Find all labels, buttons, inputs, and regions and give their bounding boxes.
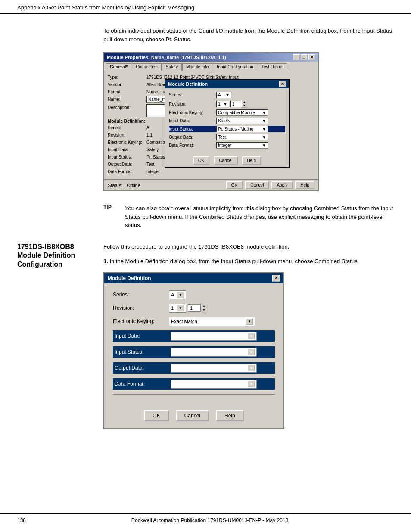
tip-label: TIP xyxy=(103,204,116,230)
step1-number: 1. xyxy=(103,258,108,264)
mp-ekeying-label: Electronic Keying: xyxy=(108,139,146,145)
mod-def-title-text: Module Definition xyxy=(168,81,208,87)
mdo-outputdata-select[interactable]: Test ▼ xyxy=(216,134,268,140)
page: Appendix A Get Point Status from Modules… xyxy=(0,0,411,532)
lmd-spin-input[interactable]: 1 xyxy=(188,304,201,312)
lmd-revision-spin[interactable]: 1 ▲ ▼ xyxy=(188,304,207,312)
mdo-series-control[interactable]: A ▼ xyxy=(216,92,231,98)
mp-cancel-button[interactable]: Cancel xyxy=(245,181,269,189)
mdo-inputdata-arrow-icon: ▼ xyxy=(262,118,266,123)
mp-dataformat-row: Data Format: Integer xyxy=(108,168,314,174)
lmd-revision-label: Revision: xyxy=(113,305,169,311)
section-content: Follow this procedure to configure the 1… xyxy=(103,243,394,429)
lmd-footer: OK Cancel Help xyxy=(104,406,283,428)
mp-inputdata-value: Safety xyxy=(146,146,159,152)
lmd-ekeying-value: Exact Match xyxy=(171,319,197,324)
mdo-help-button[interactable]: Help xyxy=(242,156,262,165)
mp-outputdata-value: Test xyxy=(146,161,154,167)
mdo-spin-input[interactable]: 1 xyxy=(230,101,241,107)
tab-module-info[interactable]: Module Info xyxy=(182,63,212,71)
mdo-revision-val1: 1 xyxy=(218,102,221,106)
mdo-spin-arrows[interactable]: ▲ ▼ xyxy=(241,100,247,108)
lmd-outputdata-row[interactable]: Output Data: Combined ▼ xyxy=(113,362,275,374)
mdo-inputdata-value: Safety xyxy=(218,118,230,123)
tab-general[interactable]: General* xyxy=(106,63,131,71)
lmd-cancel-button[interactable]: Cancel xyxy=(176,410,209,421)
lmd-inputstatus-select[interactable]: Combined Status - Muting ▼ xyxy=(171,348,257,357)
spin-down-icon[interactable]: ▼ xyxy=(242,104,247,107)
lmd-inputstatus-label: Input Status: xyxy=(115,349,171,355)
lmd-revision-val1: 1 xyxy=(171,305,174,311)
tab-input-config[interactable]: Input Configuration xyxy=(213,63,257,71)
mp-series-value: A xyxy=(146,124,149,130)
spin-up-icon[interactable]: ▲ xyxy=(242,100,247,104)
minimize-button[interactable]: _ xyxy=(293,54,300,60)
maximize-button[interactable]: □ xyxy=(301,54,308,60)
lmd-revision-select[interactable]: 1 ▼ xyxy=(169,304,186,313)
lmd-ekeying-label: Electronic Keying: xyxy=(113,318,169,324)
mp-ok-button[interactable]: OK xyxy=(226,181,243,189)
lmd-help-button[interactable]: Help xyxy=(216,410,244,421)
lmd-dataformat-select[interactable]: Integer ▼ xyxy=(171,380,257,389)
tab-test-output[interactable]: Test Output xyxy=(258,63,287,71)
mdo-ok-button[interactable]: OK xyxy=(193,156,209,165)
page-number: 138 xyxy=(17,517,26,523)
lmd-inputdata-select[interactable]: Safety ▼ xyxy=(171,332,257,341)
lmd-spin-buttons[interactable]: ▲ ▼ xyxy=(201,304,207,312)
lmd-inputstatus-row[interactable]: Input Status: Combined Status - Muting ▼ xyxy=(113,346,275,358)
close-button[interactable]: ✕ xyxy=(308,54,315,60)
mdo-series-select[interactable]: A ▼ xyxy=(216,92,231,98)
lmd-revision-arrow-icon: ▼ xyxy=(177,305,184,311)
mdo-dataformat-select[interactable]: Integer ▼ xyxy=(216,142,268,149)
lmd-ekeying-select[interactable]: Exact Match ▼ xyxy=(169,317,255,326)
lmd-series-arrow-icon: ▼ xyxy=(177,292,184,298)
lmd-series-select[interactable]: A ▼ xyxy=(169,290,186,299)
mdo-revision-spin[interactable]: 1 ▲ ▼ xyxy=(230,100,247,108)
mdo-cancel-button[interactable]: Cancel xyxy=(214,156,237,165)
mp-help-button[interactable]: Help xyxy=(295,181,314,189)
mod-def-body: Series: A ▼ Revision: xyxy=(165,88,289,154)
mdo-inputstatus-select[interactable]: Pt. Status - Muting ▼ xyxy=(216,126,268,132)
vendor-label: Vendor: xyxy=(108,81,146,87)
mod-def-close-button[interactable]: ✕ xyxy=(279,81,286,87)
lmd-series-controls[interactable]: A ▼ xyxy=(169,290,186,299)
lmd-inputstatus-arrow-icon: ▼ xyxy=(248,349,255,355)
section-heading: 1791DS-IB8XOB8 Module Definition Configu… xyxy=(17,243,86,269)
mdo-revision-control: 1 ▼ 1 ▲ ▼ xyxy=(216,100,247,108)
tip-text: You can also obtain overall status impli… xyxy=(125,204,394,230)
mdo-inputdata-select[interactable]: Safety ▼ xyxy=(216,118,268,124)
lmd-dataformat-arrow-icon: ▼ xyxy=(248,381,255,387)
lmd-ok-button[interactable]: OK xyxy=(144,410,168,421)
module-props-title-bar: Module Properties: Name_name (1791DS-IB1… xyxy=(104,53,318,62)
mdo-ekeying-row: Electronic Keying: Compatible Module ▼ xyxy=(169,109,285,116)
large-mod-def-title-text: Module Definition xyxy=(108,275,151,281)
large-mod-def-dialog[interactable]: Module Definition ✕ Series: A ▼ xyxy=(103,272,284,429)
mp-revision-value: 1.1 xyxy=(146,132,153,137)
lmd-outputdata-select[interactable]: Combined ▼ xyxy=(171,364,257,373)
module-def-overlay[interactable]: Module Definition ✕ Series: A ▼ xyxy=(165,79,290,168)
type-label: Type: xyxy=(108,74,146,80)
dialog-tabs: General* Connection Safety Module Info I… xyxy=(104,62,318,71)
large-mod-def-close-button[interactable]: ✕ xyxy=(272,275,280,282)
mdo-inputstatus-label: Input Status: xyxy=(169,127,216,131)
lmd-series-value: A xyxy=(171,292,174,297)
mdo-inputstatus-row[interactable]: Input Status: Pt. Status - Muting ▼ xyxy=(169,126,285,132)
lmd-inputstatus-value: Combined Status - Muting xyxy=(173,349,227,355)
lmd-spin-down-icon[interactable]: ▼ xyxy=(201,308,207,312)
mdo-ekeying-select[interactable]: Compatible Module ▼ xyxy=(216,109,268,116)
lmd-inputdata-row[interactable]: Input Data: Safety ▼ xyxy=(113,330,275,342)
lmd-inputdata-label: Input Data: xyxy=(115,333,171,339)
mp-dataformat-label: Data Format: xyxy=(108,168,146,174)
mdo-revision-select[interactable]: 1 ▼ xyxy=(216,101,229,107)
tab-safety[interactable]: Safety xyxy=(162,63,182,71)
mp-outputdata-label: Output Data: xyxy=(108,161,146,167)
mdo-dataformat-value: Integer xyxy=(218,143,231,148)
mp-apply-button[interactable]: Apply xyxy=(271,181,293,189)
lmd-spin-up-icon[interactable]: ▲ xyxy=(201,304,207,308)
module-props-dialog[interactable]: Module Properties: Name_name (1791DS-IB1… xyxy=(103,52,319,191)
tab-connection[interactable]: Connection xyxy=(132,63,162,71)
mod-def-footer: OK Cancel Help xyxy=(165,154,289,167)
lmd-dataformat-row[interactable]: Data Format: Integer ▼ xyxy=(113,378,275,390)
lmd-dataformat-label: Data Format: xyxy=(115,381,171,387)
mdo-ekeying-value: Compatible Module xyxy=(218,110,255,115)
